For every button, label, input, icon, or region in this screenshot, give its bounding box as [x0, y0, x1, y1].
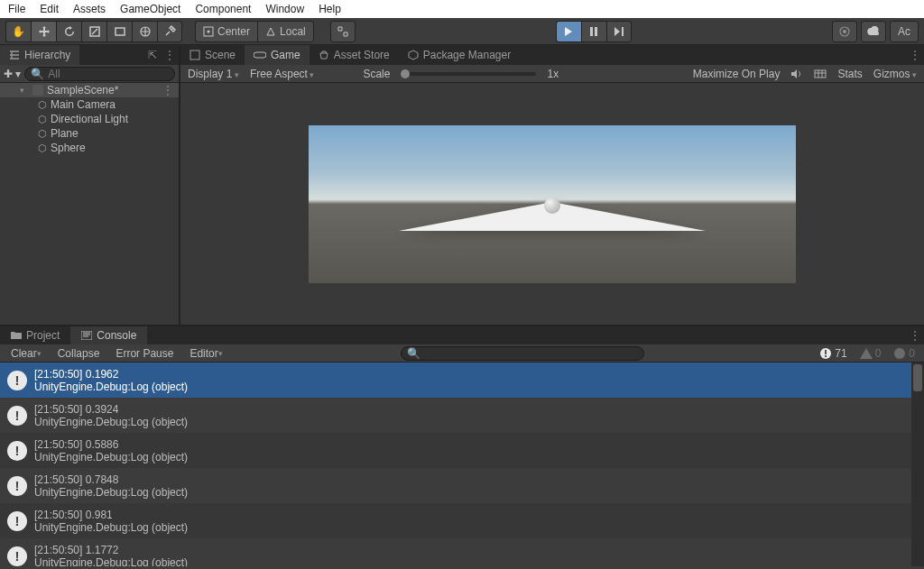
menu-file[interactable]: File — [2, 0, 32, 18]
svg-rect-1 — [116, 28, 125, 35]
info-icon: ! — [7, 371, 27, 390]
menu-gameobject[interactable]: GameObject — [114, 0, 187, 18]
pause-button[interactable] — [581, 21, 606, 42]
gizmos-dropdown[interactable]: Gizmos — [873, 68, 917, 80]
log-row[interactable]: ! [21:50:50] 0.3924 UnityEngine.Debug:Lo… — [0, 398, 924, 433]
editor-dropdown[interactable]: Editor — [182, 345, 229, 362]
tab-label: Game — [271, 49, 300, 61]
game-viewport[interactable] — [180, 83, 924, 325]
hand-tool[interactable]: ✋ — [5, 21, 31, 42]
clear-button[interactable]: Clear — [4, 345, 49, 362]
console-toolbar: Clear Collapse Error Pause Editor 🔍 71 0… — [0, 344, 924, 363]
play-button[interactable] — [556, 21, 581, 42]
play-controls — [556, 21, 632, 42]
scene-menu-icon[interactable]: ⋮ — [162, 84, 173, 96]
tab-game[interactable]: Game — [245, 45, 310, 65]
mute-audio-icon[interactable] — [790, 69, 803, 79]
svg-rect-16 — [825, 355, 827, 357]
cloud-button[interactable] — [861, 21, 886, 42]
hierarchy-item-sphere[interactable]: ⬡Sphere — [0, 141, 179, 155]
rect-tool[interactable] — [106, 21, 132, 42]
maximize-toggle[interactable]: Maximize On Play — [693, 68, 781, 80]
display-dropdown[interactable]: Display 1 — [188, 68, 239, 80]
collab-button[interactable] — [832, 21, 857, 42]
log-row[interactable]: ! [21:50:50] 0.5886 UnityEngine.Debug:Lo… — [0, 433, 924, 468]
hierarchy-tab[interactable]: Hierarchy — [0, 45, 79, 65]
log-row[interactable]: ! [21:50:50] 1.1772 UnityEngine.Debug:Lo… — [0, 538, 924, 566]
item-label: Plane — [51, 127, 79, 140]
log-line2: UnityEngine.Debug:Log (object) — [34, 521, 188, 534]
hierarchy-title: Hierarchy — [24, 49, 70, 61]
scene-row[interactable]: ▾ SampleScene* ⋮ — [0, 83, 179, 97]
scale-tool[interactable] — [81, 21, 106, 42]
gizmos-visibility-icon[interactable] — [814, 69, 827, 79]
menu-help[interactable]: Help — [312, 0, 347, 18]
menu-component[interactable]: Component — [189, 0, 257, 18]
tab-console[interactable]: Console — [70, 326, 147, 344]
error-pause-toggle[interactable]: Error Pause — [108, 345, 180, 362]
move-tool[interactable] — [31, 21, 56, 42]
scale-slider[interactable] — [401, 72, 536, 76]
svg-rect-7 — [622, 27, 624, 36]
hierarchy-item-plane[interactable]: ⬡Plane — [0, 126, 179, 141]
svg-rect-11 — [254, 52, 266, 58]
tab-package-manager[interactable]: Package Manager — [399, 45, 520, 65]
scrollbar-thumb[interactable] — [913, 364, 922, 391]
info-count[interactable]: 0 — [888, 345, 920, 362]
tab-asset-store[interactable]: Asset Store — [310, 45, 399, 65]
scale-label: Scale — [363, 68, 390, 80]
rotate-tool[interactable] — [56, 21, 81, 42]
transform-tool-all[interactable] — [132, 21, 157, 42]
hierarchy-more-icon[interactable]: ⋮ — [164, 49, 175, 61]
create-dropdown[interactable]: ✚ ▾ — [4, 68, 21, 80]
game-view-more-icon[interactable]: ⋮ — [910, 49, 920, 61]
bottom-more-icon[interactable]: ⋮ — [910, 329, 920, 342]
step-icon — [614, 26, 624, 37]
tab-project[interactable]: Project — [0, 326, 70, 344]
snap-toggle[interactable] — [330, 21, 356, 42]
hierarchy-search[interactable]: 🔍 All — [24, 67, 175, 81]
log-text: [21:50:50] 0.1962 UnityEngine.Debug:Log … — [34, 368, 188, 393]
info-icon: ! — [7, 476, 27, 496]
console-scrollbar[interactable] — [911, 363, 924, 566]
bottom-tabs: Project Console ⋮ — [0, 325, 924, 344]
account-button[interactable]: Ac — [890, 21, 919, 42]
scene-name: SampleScene* — [47, 84, 118, 96]
aspect-dropdown[interactable]: Free Aspect — [250, 68, 315, 80]
stats-toggle[interactable]: Stats — [837, 68, 862, 80]
svg-point-9 — [843, 30, 846, 33]
log-row[interactable]: ! [21:50:50] 0.1962 UnityEngine.Debug:Lo… — [0, 363, 924, 398]
pause-icon — [589, 26, 598, 37]
handle-toggle[interactable]: Local — [257, 21, 314, 42]
tab-label: Package Manager — [423, 49, 511, 61]
hierarchy-item-light[interactable]: ⬡Directional Light — [0, 112, 179, 126]
menu-assets[interactable]: Assets — [67, 0, 112, 18]
log-row[interactable]: ! [21:50:50] 0.981 UnityEngine.Debug:Log… — [0, 503, 924, 538]
game-render — [309, 125, 796, 283]
console-search[interactable]: 🔍 — [401, 346, 644, 361]
hierarchy-item-camera[interactable]: ⬡Main Camera — [0, 97, 179, 112]
combined-icon — [139, 25, 152, 38]
error-count[interactable]: 71 — [814, 345, 852, 362]
warning-icon — [860, 348, 873, 359]
console-list[interactable]: ! [21:50:50] 0.1962 UnityEngine.Debug:Lo… — [0, 363, 924, 566]
log-line1: [21:50:50] 0.1962 — [34, 368, 188, 381]
info-icon: ! — [7, 441, 27, 461]
hierarchy-popout-icon[interactable]: ⇱ — [148, 49, 157, 61]
slider-knob[interactable] — [401, 69, 410, 78]
log-text: [21:50:50] 1.1772 UnityEngine.Debug:Log … — [34, 544, 188, 567]
step-button[interactable] — [606, 21, 632, 42]
collapse-toggle[interactable]: Collapse — [51, 345, 107, 362]
svg-point-4 — [208, 30, 210, 32]
log-row[interactable]: ! [21:50:50] 0.7848 UnityEngine.Debug:Lo… — [0, 468, 924, 503]
menu-edit[interactable]: Edit — [33, 0, 65, 18]
custom-tool[interactable] — [157, 21, 182, 42]
warning-count[interactable]: 0 — [855, 345, 887, 362]
svg-point-17 — [894, 348, 905, 359]
game-view-toolbar: Display 1 Free Aspect Scale 1x Maximize … — [180, 65, 924, 83]
menu-window[interactable]: Window — [259, 0, 310, 18]
tab-scene[interactable]: Scene — [180, 45, 245, 65]
log-text: [21:50:50] 0.7848 UnityEngine.Debug:Log … — [34, 473, 188, 499]
item-label: Main Camera — [51, 98, 116, 111]
pivot-toggle[interactable]: Center — [195, 21, 257, 42]
